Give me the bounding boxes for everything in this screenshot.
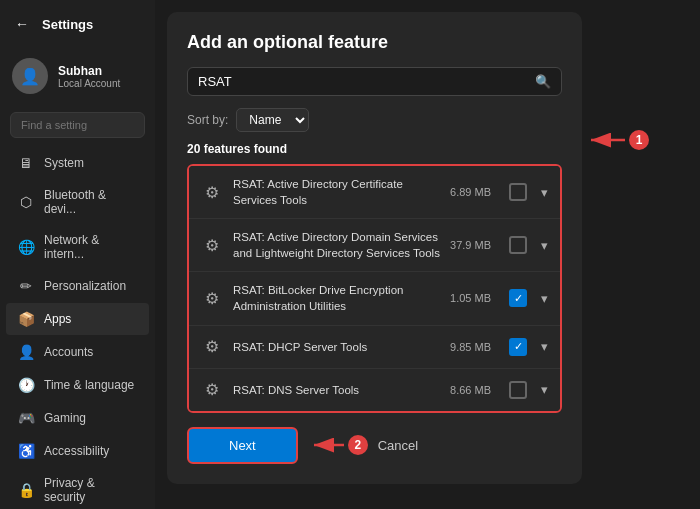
gaming-label: Gaming	[44, 411, 86, 425]
user-name: Subhan	[58, 64, 120, 78]
feature-name-2: RSAT: Active Directory Domain Services a…	[233, 229, 440, 261]
next-button[interactable]: Next	[187, 427, 298, 464]
feature-item-2: ⚙ RSAT: Active Directory Domain Services…	[189, 219, 560, 272]
expand-icon-4[interactable]: ▾	[541, 339, 548, 354]
annotation-2: 2	[308, 435, 368, 455]
feature-name-4: RSAT: DHCP Server Tools	[233, 339, 440, 355]
system-icon: 🖥	[18, 155, 34, 171]
sidebar-title: Settings	[42, 17, 93, 32]
personalization-label: Personalization	[44, 279, 126, 293]
dialog-title: Add an optional feature	[187, 32, 562, 53]
feature-item-4: ⚙ RSAT: DHCP Server Tools 9.85 MB ✓ ▾	[189, 326, 560, 369]
feature-checkbox-1[interactable]	[509, 183, 527, 201]
feature-checkbox-3[interactable]: ✓	[509, 289, 527, 307]
feature-checkbox-4[interactable]: ✓	[509, 338, 527, 356]
gear-icon-1: ⚙	[201, 181, 223, 203]
annotation-badge-2: 2	[348, 435, 368, 455]
accounts-icon: 👤	[18, 344, 34, 360]
bluetooth-icon: ⬡	[18, 194, 34, 210]
user-role: Local Account	[58, 78, 120, 89]
sidebar-item-bluetooth[interactable]: ⬡ Bluetooth & devi...	[6, 180, 149, 224]
annotation-1: 1	[585, 130, 649, 150]
feature-search-input[interactable]	[198, 74, 535, 89]
expand-icon-3[interactable]: ▾	[541, 291, 548, 306]
sidebar-item-personalization[interactable]: ✏ Personalization	[6, 270, 149, 302]
network-icon: 🌐	[18, 239, 34, 255]
sort-label: Sort by:	[187, 113, 228, 127]
gear-icon-2: ⚙	[201, 234, 223, 256]
user-info: Subhan Local Account	[58, 64, 120, 89]
sort-select[interactable]: Name Size Status	[236, 108, 309, 132]
apps-icon: 📦	[18, 311, 34, 327]
sidebar-header: ← Settings	[0, 0, 155, 48]
feature-size-1: 6.89 MB	[450, 186, 491, 198]
privacy-label: Privacy & security	[44, 476, 137, 504]
network-label: Network & intern...	[44, 233, 137, 261]
sidebar-item-network[interactable]: 🌐 Network & intern...	[6, 225, 149, 269]
feature-size-5: 8.66 MB	[450, 384, 491, 396]
found-count: 20 features found	[187, 142, 562, 156]
main-area: Add an optional feature 🔍 Sort by: Name …	[155, 0, 700, 509]
privacy-icon: 🔒	[18, 482, 34, 498]
time-label: Time & language	[44, 378, 134, 392]
gear-icon-5: ⚙	[201, 379, 223, 401]
avatar: 👤	[12, 58, 48, 94]
personalization-icon: ✏	[18, 278, 34, 294]
annotation-badge-1: 1	[629, 130, 649, 150]
sidebar-item-time[interactable]: 🕐 Time & language	[6, 369, 149, 401]
cancel-button[interactable]: Cancel	[378, 438, 418, 453]
feature-size-4: 9.85 MB	[450, 341, 491, 353]
expand-icon-5[interactable]: ▾	[541, 382, 548, 397]
accessibility-icon: ♿	[18, 443, 34, 459]
feature-item-1: ⚙ RSAT: Active Directory Certificate Ser…	[189, 166, 560, 219]
back-button[interactable]: ←	[10, 12, 34, 36]
sidebar: ← Settings 👤 Subhan Local Account 🖥 Syst…	[0, 0, 155, 509]
expand-icon-2[interactable]: ▾	[541, 238, 548, 253]
sidebar-item-privacy[interactable]: 🔒 Privacy & security	[6, 468, 149, 509]
system-label: System	[44, 156, 84, 170]
feature-checkbox-2[interactable]	[509, 236, 527, 254]
user-section: 👤 Subhan Local Account	[0, 48, 155, 104]
feature-checkbox-5[interactable]	[509, 381, 527, 399]
gear-icon-4: ⚙	[201, 336, 223, 358]
sidebar-item-accounts[interactable]: 👤 Accounts	[6, 336, 149, 368]
gear-icon-3: ⚙	[201, 287, 223, 309]
gaming-icon: 🎮	[18, 410, 34, 426]
apps-label: Apps	[44, 312, 71, 326]
nav-list: 🖥 System ⬡ Bluetooth & devi... 🌐 Network…	[0, 146, 155, 509]
search-icon[interactable]: 🔍	[535, 74, 551, 89]
time-icon: 🕐	[18, 377, 34, 393]
sort-row: Sort by: Name Size Status	[187, 108, 562, 132]
feature-item-3: ⚙ RSAT: BitLocker Drive Encryption Admin…	[189, 272, 560, 325]
accounts-label: Accounts	[44, 345, 93, 359]
features-list: ⚙ RSAT: Active Directory Certificate Ser…	[187, 164, 562, 413]
feature-name-5: RSAT: DNS Server Tools	[233, 382, 440, 398]
sidebar-item-gaming[interactable]: 🎮 Gaming	[6, 402, 149, 434]
sidebar-item-apps[interactable]: 📦 Apps	[6, 303, 149, 335]
settings-search-input[interactable]	[10, 112, 145, 138]
accessibility-label: Accessibility	[44, 444, 109, 458]
dialog-search-row: 🔍	[187, 67, 562, 96]
bluetooth-label: Bluetooth & devi...	[44, 188, 137, 216]
feature-size-2: 37.9 MB	[450, 239, 491, 251]
arrow2-svg	[308, 436, 344, 454]
add-feature-dialog: Add an optional feature 🔍 Sort by: Name …	[167, 12, 582, 484]
sidebar-item-system[interactable]: 🖥 System	[6, 147, 149, 179]
feature-item-5: ⚙ RSAT: DNS Server Tools 8.66 MB ▾	[189, 369, 560, 411]
arrow1-svg	[585, 130, 625, 150]
feature-name-3: RSAT: BitLocker Drive Encryption Adminis…	[233, 282, 440, 314]
dialog-footer: Next 2 Cancel	[187, 427, 562, 464]
sidebar-item-accessibility[interactable]: ♿ Accessibility	[6, 435, 149, 467]
feature-name-1: RSAT: Active Directory Certificate Servi…	[233, 176, 440, 208]
expand-icon-1[interactable]: ▾	[541, 185, 548, 200]
feature-size-3: 1.05 MB	[450, 292, 491, 304]
